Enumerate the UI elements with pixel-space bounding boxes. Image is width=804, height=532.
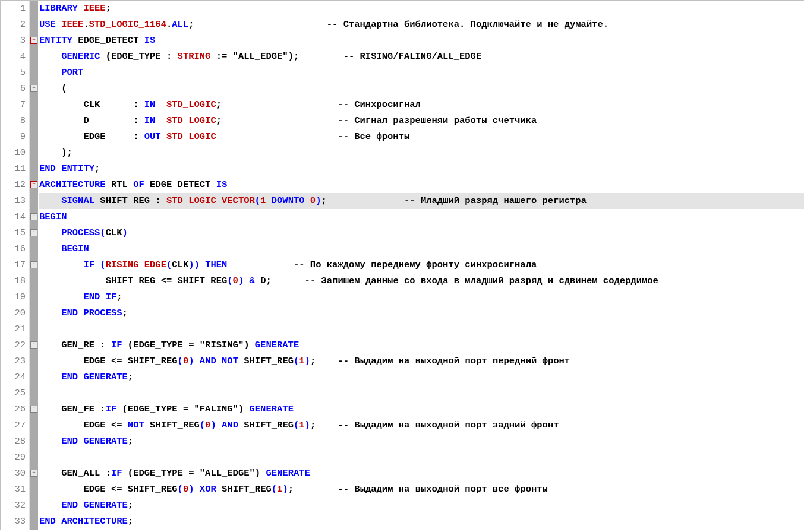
code-token: ; [116,292,122,302]
code-token: : [150,195,166,206]
code-line[interactable]: END ENTITY; [39,161,804,177]
line-number[interactable]: 14 [1,209,26,225]
line-number[interactable]: 2 [1,17,26,33]
code-token [106,179,111,190]
code-line[interactable] [39,321,804,337]
code-token: STD_LOGIC [166,99,216,110]
fold-toggle-icon[interactable]: − [30,470,37,477]
code-line[interactable]: SHIFT_REG <= SHIFT_REG(0) & D; -- Запише… [39,273,804,289]
code-token: GENERATE [83,500,127,511]
code-token [216,484,222,495]
fold-column[interactable]: −−−−−−−−− [30,1,38,530]
line-number[interactable]: 30 [1,466,26,482]
fold-toggle-icon[interactable]: − [30,37,37,44]
line-number[interactable]: 19 [1,289,26,305]
code-line[interactable] [39,385,804,401]
code-line[interactable]: SIGNAL SHIFT_REG : STD_LOGIC_VECTOR(1 DO… [39,193,804,209]
fold-toggle-icon[interactable]: − [30,261,37,268]
code-line[interactable]: LIBRARY IEEE; [39,1,804,17]
line-number[interactable]: 16 [1,241,26,257]
code-token: ) [305,420,310,430]
code-area[interactable]: LIBRARY IEEE;USE IEEE.STD_LOGIC_1164.ALL… [38,1,804,530]
code-editor[interactable]: 1234567891011121314151617181920212223242… [0,0,804,530]
line-number[interactable]: 24 [1,369,26,385]
fold-toggle-icon[interactable]: − [30,341,37,349]
code-line[interactable]: USE IEEE.STD_LOGIC_1164.ALL; -- Стандарт… [39,17,804,33]
code-line[interactable]: ); [39,145,804,161]
code-line[interactable]: EDGE <= SHIFT_REG(0) XOR SHIFT_REG(1); -… [39,482,804,498]
code-line[interactable]: PROCESS(CLK) [39,225,804,241]
line-number[interactable]: 17 [1,257,26,273]
code-token: CLK [83,99,100,110]
fold-toggle-icon[interactable]: − [30,406,37,413]
code-line[interactable]: ( [39,81,804,97]
line-number[interactable]: 6 [1,81,26,97]
code-line[interactable]: IF (RISING_EDGE(CLK)) THEN -- По каждому… [39,257,804,273]
code-token [128,179,133,190]
code-token: -- Выдадим на выходной порт все фронты [294,484,548,495]
fold-toggle-icon[interactable]: − [30,213,37,220]
code-line[interactable]: END PROCESS; [39,305,804,321]
code-line[interactable]: GEN_ALL :IF (EDGE_TYPE = "ALL_EDGE") GEN… [39,466,804,482]
code-line[interactable]: D : IN STD_LOGIC; -- Сигнал разрешеняи р… [39,113,804,129]
fold-toggle-icon[interactable]: − [30,229,37,236]
code-line[interactable]: END ARCHITECTURE; [39,514,804,530]
line-number[interactable]: 22 [1,337,26,353]
code-line[interactable]: END GENERATE; [39,433,804,449]
line-number[interactable]: 18 [1,273,26,289]
code-line[interactable]: EDGE : OUT STD_LOGIC -- Все фронты [39,129,804,145]
line-number[interactable]: 7 [1,97,26,113]
code-line[interactable]: EDGE <= NOT SHIFT_REG(0) AND SHIFT_REG(1… [39,417,804,433]
code-line[interactable]: ENTITY EDGE_DETECT IS [39,33,804,49]
code-token: -- По каждому переднему фронту синхросиг… [227,259,537,270]
line-number[interactable]: 3 [1,33,26,49]
code-line[interactable]: CLK : IN STD_LOGIC; -- Синхросигнал [39,97,804,113]
line-number[interactable]: 12 [1,177,26,193]
code-token: "RISING" [200,340,244,350]
code-line[interactable]: BEGIN [39,209,804,225]
code-line[interactable]: GEN_RE : IF (EDGE_TYPE = "RISING") GENER… [39,337,804,353]
line-number[interactable]: 32 [1,498,26,514]
code-token: SHIFT_REG [244,356,294,366]
code-line[interactable] [39,449,804,466]
code-line[interactable]: EDGE <= SHIFT_REG(0) AND NOT SHIFT_REG(1… [39,353,804,369]
code-line[interactable]: BEGIN [39,241,804,257]
line-number[interactable]: 28 [1,433,26,449]
line-number[interactable]: 27 [1,417,26,433]
line-number[interactable]: 23 [1,353,26,369]
code-token: ( [100,51,111,62]
fold-toggle-icon[interactable]: − [30,85,37,92]
line-number[interactable]: 4 [1,49,26,65]
line-number[interactable]: 13 [1,193,26,209]
line-number[interactable]: 5 [1,65,26,81]
line-number[interactable]: 10 [1,145,26,161]
line-number[interactable]: 26 [1,401,26,417]
code-token: -- Сигнал разрешеняи работы счетчика [222,115,537,126]
line-number[interactable]: 20 [1,305,26,321]
code-token: ); [39,147,72,158]
line-number[interactable]: 11 [1,161,26,177]
code-token [39,308,61,318]
code-token: ; [321,195,326,206]
line-number[interactable]: 25 [1,385,26,401]
line-number[interactable]: 21 [1,321,26,337]
fold-toggle-icon[interactable]: − [30,181,37,188]
line-number[interactable]: 31 [1,482,26,498]
code-token [161,131,166,142]
line-number[interactable]: 29 [1,449,26,466]
line-number[interactable]: 8 [1,113,26,129]
code-line[interactable]: END GENERATE; [39,498,804,514]
code-line[interactable]: END IF; [39,289,804,305]
code-line[interactable]: GEN_FE :IF (EDGE_TYPE = "FALING") GENERA… [39,401,804,417]
line-number[interactable]: 33 [1,514,26,530]
code-token: RTL [111,179,128,190]
line-number[interactable]: 9 [1,129,26,145]
code-line[interactable]: END GENERATE; [39,369,804,385]
line-number[interactable]: 1 [1,1,26,17]
code-token [194,484,200,495]
line-number[interactable]: 15 [1,225,26,241]
line-number-gutter[interactable]: 1234567891011121314151617181920212223242… [1,1,30,530]
code-line[interactable]: PORT [39,65,804,81]
code-line[interactable]: GENERIC (EDGE_TYPE : STRING := "ALL_EDGE… [39,49,804,65]
code-line[interactable]: ARCHITECTURE RTL OF EDGE_DETECT IS [39,177,804,193]
